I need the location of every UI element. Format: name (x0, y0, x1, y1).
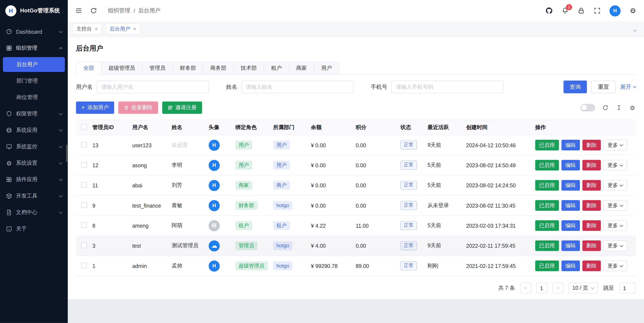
sidebar-item-dashboard[interactable]: Dashboard (0, 24, 68, 40)
close-icon[interactable] (95, 26, 98, 32)
tab-console[interactable]: 主控台 (72, 24, 102, 35)
enabled-button[interactable]: 已启用 (535, 220, 559, 231)
edit-button[interactable]: 编辑 (561, 260, 580, 271)
row-checkbox[interactable] (81, 142, 87, 147)
enabled-button[interactable]: 已启用 (535, 260, 559, 271)
more-button[interactable]: 更多 (603, 200, 627, 211)
col-admin-id: 管理员ID (92, 124, 132, 131)
gear-icon[interactable]: ⚙ (629, 7, 637, 15)
sidebar-item-system-monitor[interactable]: 系统监控 (0, 138, 68, 155)
row-checkbox[interactable] (81, 262, 87, 268)
mobile-input[interactable] (391, 80, 504, 93)
row-density-icon[interactable] (616, 104, 622, 111)
row-checkbox[interactable] (81, 222, 87, 228)
lock-icon[interactable] (578, 7, 585, 15)
delete-button[interactable]: 删除 (582, 240, 601, 251)
table-header-row: 管理员ID 用户名 姓名 头像 绑定角色 所属部门 余额 积分 状态 最近活跃 … (76, 120, 636, 135)
select-all-checkbox[interactable] (81, 124, 87, 130)
delete-button[interactable]: 删除 (582, 180, 601, 191)
sidebar-item-devtools[interactable]: 开发工具 (0, 188, 68, 204)
role-tab-user[interactable]: 用户 (314, 62, 339, 75)
expand-button[interactable]: 展开 (620, 83, 636, 91)
delete-button[interactable]: 删除 (582, 140, 601, 150)
app-logo[interactable]: H HotGo管理系统 (0, 0, 68, 21)
delete-button[interactable]: 删除 (582, 220, 601, 231)
jump-page-input[interactable] (619, 283, 636, 293)
delete-button[interactable]: 删除 (582, 200, 601, 211)
sidebar: H HotGo管理系统 Dashboard 组织管理 后台用户 部门管理 岗位管… (0, 0, 68, 323)
shield-icon (6, 111, 12, 117)
edit-button[interactable]: 编辑 (561, 240, 580, 251)
github-icon[interactable] (546, 7, 553, 15)
row-checkbox[interactable] (81, 182, 87, 188)
delete-button[interactable]: 删除 (582, 160, 601, 170)
sidebar-item-post-management[interactable]: 岗位管理 (0, 89, 68, 106)
striped-toggle[interactable] (580, 104, 595, 111)
row-checkbox[interactable] (81, 202, 87, 208)
invite-register-button[interactable]: 邀请注册 (162, 102, 202, 114)
breadcrumb-parent[interactable]: 组织管理 (108, 7, 130, 15)
role-tab-tech[interactable]: 技术部 (233, 62, 264, 75)
edit-button[interactable]: 编辑 (561, 180, 580, 191)
chevron-down-icon (59, 161, 62, 164)
sidebar-item-dept-management[interactable]: 部门管理 (0, 73, 68, 89)
page-title: 后台用户 (76, 37, 636, 53)
prev-page-button[interactable] (520, 283, 531, 293)
edit-button[interactable]: 编辑 (561, 160, 580, 170)
enabled-button[interactable]: 已启用 (535, 200, 559, 211)
more-button[interactable]: 更多 (603, 240, 627, 251)
role-tab-super-admin[interactable]: 超级管理员 (101, 62, 143, 75)
add-user-button[interactable]: 添加用户 (76, 102, 114, 114)
refresh-icon[interactable] (90, 7, 98, 15)
sidebar-item-plugins[interactable]: 插件应用 (0, 171, 68, 188)
edit-button[interactable]: 编辑 (561, 200, 580, 211)
breadcrumb: 组织管理 / 后台用户 (108, 7, 160, 15)
role-tab-all[interactable]: 全部 (76, 62, 101, 75)
row-checkbox[interactable] (81, 242, 87, 248)
sidebar-scrollbar[interactable] (66, 145, 68, 162)
sidebar-item-docs[interactable]: 文档中心 (0, 204, 68, 221)
tab-backend-users[interactable]: 后台用户 (106, 24, 140, 35)
row-avatar: 阿 (208, 220, 220, 231)
enabled-button[interactable]: 已启用 (535, 140, 559, 150)
enabled-button[interactable]: 已启用 (535, 240, 559, 251)
role-tab-business[interactable]: 商务部 (203, 62, 234, 75)
enabled-button[interactable]: 已启用 (535, 180, 559, 191)
more-button[interactable]: 更多 (603, 160, 627, 170)
more-button[interactable]: 更多 (603, 180, 627, 191)
username-input[interactable] (97, 80, 209, 93)
more-button[interactable]: 更多 (603, 260, 627, 271)
role-tab-admin[interactable]: 管理员 (142, 62, 173, 75)
enabled-button[interactable]: 已启用 (535, 160, 559, 170)
row-checkbox[interactable] (81, 162, 87, 167)
more-button[interactable]: 更多 (603, 220, 627, 231)
fullscreen-icon[interactable] (594, 7, 601, 15)
sidebar-item-permission[interactable]: 权限管理 (0, 106, 68, 122)
delete-button[interactable]: 删除 (582, 260, 601, 271)
page-size-select[interactable]: 10 / 页 (568, 283, 598, 293)
reset-button[interactable]: 重置 (591, 80, 616, 93)
table-settings-gear-icon[interactable]: ⚙ (629, 104, 636, 111)
search-button[interactable]: 查询 (564, 80, 587, 93)
tabs-dropdown-chevron-icon[interactable] (634, 25, 640, 33)
next-page-button[interactable] (552, 283, 563, 293)
menu-collapse-icon[interactable] (75, 7, 82, 15)
more-button[interactable]: 更多 (603, 140, 627, 150)
name-input[interactable] (242, 80, 354, 93)
batch-delete-button[interactable]: 批量删除 (118, 102, 158, 114)
cell-points: 0.00 (356, 182, 400, 188)
sidebar-item-system-app[interactable]: 系统应用 (0, 122, 68, 138)
close-icon[interactable] (133, 26, 136, 32)
user-avatar[interactable]: H (610, 5, 620, 16)
edit-button[interactable]: 编辑 (561, 140, 580, 150)
edit-button[interactable]: 编辑 (561, 220, 580, 231)
sidebar-item-backend-users[interactable]: 后台用户 (3, 57, 65, 72)
page-number-button[interactable]: 1 (536, 283, 547, 293)
sidebar-item-org-management[interactable]: 组织管理 (0, 40, 68, 56)
role-tab-tenant[interactable]: 租户 (264, 62, 289, 75)
sidebar-item-system-settings[interactable]: ⚙ 系统设置 (0, 155, 68, 171)
sidebar-item-about[interactable]: 关于 (0, 221, 68, 237)
role-tab-merchant[interactable]: 商家 (289, 62, 314, 75)
reload-table-icon[interactable] (602, 104, 609, 111)
role-tab-finance[interactable]: 财务部 (172, 62, 203, 75)
